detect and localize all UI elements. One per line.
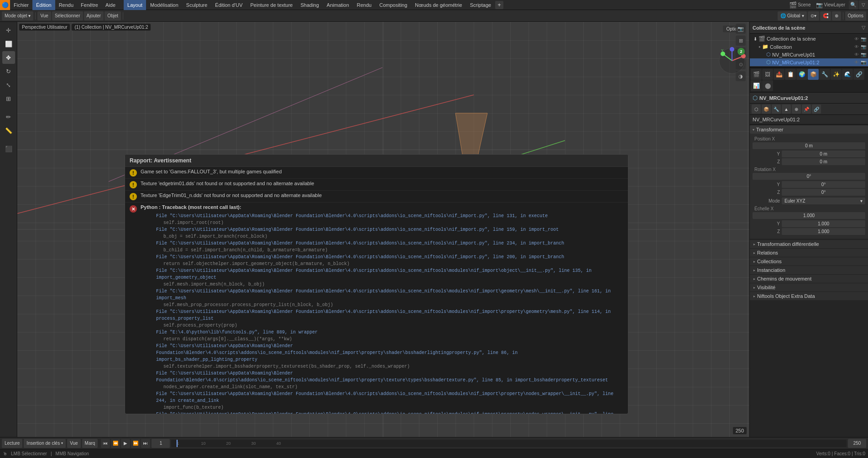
pos-x[interactable]: 0 m (753, 142, 865, 149)
obj2-eye-icon[interactable]: 👁 (854, 60, 859, 65)
add-btn[interactable]: Ajouter (84, 11, 104, 21)
cursor-tool-btn[interactable]: ✛ (2, 24, 15, 36)
rot-z[interactable]: 0° (782, 189, 865, 196)
pos-y[interactable]: 0 m (782, 151, 865, 157)
prop-icon-3[interactable]: 🔧 (772, 104, 781, 114)
options-btn[interactable]: Options (845, 11, 866, 21)
tree-item-collection[interactable]: ▸ 📁 Collection 👁 📷 (750, 43, 868, 51)
tree-item-obj1[interactable]: ⬡ NV_MRCurveUp01 👁 📷 (750, 51, 868, 58)
transform-tool-btn[interactable]: ⊞ (2, 92, 15, 105)
viewport-area[interactable]: Perspective Utilisateur (1) Collection |… (17, 22, 749, 437)
motion-paths-section[interactable]: ▸ Chemins de mouvement (750, 274, 868, 283)
prop-icon-4[interactable]: ▲ (782, 104, 791, 114)
viewport-grid-icon[interactable]: ⊞ (736, 36, 746, 46)
collections-section[interactable]: ▸ Collections (750, 257, 868, 265)
current-frame[interactable]: 1 (152, 439, 170, 448)
tab-sculpture[interactable]: Sculpture (183, 0, 211, 10)
prop-icon-5[interactable]: ⊕ (792, 104, 801, 114)
diff-transform-section[interactable]: ▸ Transformation différentielle (750, 239, 868, 248)
rotate-tool-btn[interactable]: ↻ (2, 65, 15, 78)
transform-section-header[interactable]: ▾ Transformer (750, 125, 868, 134)
scene-render-icon[interactable]: 📷 (861, 36, 866, 42)
menu-fichier[interactable]: Fichier (10, 0, 32, 10)
proportional-btn[interactable]: ⊕ (832, 11, 841, 21)
add-cube-btn[interactable]: ⬛ (2, 142, 15, 155)
tab-physics[interactable]: 🌊 (842, 69, 853, 80)
prop-icon-7[interactable]: 🔗 (812, 104, 821, 114)
search-button[interactable]: 🔍 (849, 0, 858, 10)
tree-item-obj2[interactable]: ⬡ NV_MRCurveUp01:2 👁 📷 (750, 58, 868, 66)
tab-data[interactable]: 📊 (751, 80, 762, 91)
measure-tool-btn[interactable]: 📏 (2, 124, 15, 137)
timeline-track[interactable]: 1 10 20 30 40 (171, 440, 847, 447)
tab-particles[interactable]: ✨ (831, 69, 842, 80)
menu-edition[interactable]: Édition (32, 0, 55, 10)
add-workspace-button[interactable]: + (495, 1, 503, 9)
niftools-section[interactable]: ▸ Niftools Object Extra Data (750, 291, 868, 300)
coll-cam-icon[interactable]: 📷 (861, 44, 866, 49)
mode-select-btn[interactable]: Mode objet ▾ (2, 11, 33, 21)
tab-material[interactable]: ⬤ (762, 80, 773, 91)
tab-scene[interactable]: 🎬 (751, 69, 762, 80)
tab-constraints[interactable]: 🔗 (853, 69, 864, 80)
tab-animation[interactable]: Animation (323, 0, 353, 10)
relations-section[interactable]: ▸ Relations (750, 248, 868, 257)
scene-collection-header[interactable]: ⬇ 🎬 Collection de la scène 👁 📷 (750, 35, 868, 43)
step-fwd-btn[interactable]: ⏩ (131, 439, 140, 448)
select-btn[interactable]: Sélectionner (52, 11, 83, 21)
tab-edition-uv[interactable]: Édition d'UV (211, 0, 246, 10)
scale-z[interactable]: 1.000 (782, 228, 865, 235)
timeline-frame-display[interactable]: 250 (848, 439, 866, 448)
tab-shading[interactable]: Shading (297, 0, 322, 10)
obj1-eye-icon[interactable]: 👁 (854, 52, 859, 57)
tab-layout[interactable]: Layout (124, 0, 146, 10)
tab-compositing[interactable]: Compositing (376, 0, 411, 10)
jump-end-btn[interactable]: ⏭ (141, 439, 150, 448)
tab-peinture[interactable]: Peinture de texture (247, 0, 297, 10)
instanciation-section[interactable]: ▸ Instanciation (750, 265, 868, 274)
scene-vis-icon[interactable]: 👁 (854, 36, 859, 42)
tab-object[interactable]: 📦 (808, 69, 819, 80)
prop-icon-1[interactable]: ⬡ (752, 104, 761, 114)
tab-noeuds[interactable]: Nœuds de géométrie (411, 0, 465, 10)
pivot-btn[interactable]: ⊙▾ (808, 11, 819, 21)
menu-fenetre[interactable]: Fenêtre (77, 0, 102, 10)
tab-world[interactable]: 🌍 (796, 69, 807, 80)
prop-icon-6[interactable]: 📌 (802, 104, 811, 114)
obj2-cam-icon[interactable]: 📷 (861, 60, 866, 65)
playback-btn[interactable]: Lecture (2, 439, 22, 448)
move-tool-btn[interactable]: ✥ (2, 51, 15, 64)
scale-x[interactable]: 1.000 (753, 212, 865, 219)
obj1-cam-icon[interactable]: 📷 (861, 52, 866, 57)
play-btn[interactable]: ▶ (121, 439, 130, 448)
menu-aide[interactable]: Aide (102, 0, 119, 10)
step-back-btn[interactable]: ⏪ (111, 439, 120, 448)
prop-icon-2[interactable]: 📦 (762, 104, 771, 114)
tab-view[interactable]: 📋 (785, 69, 796, 80)
tab-rendu[interactable]: Rendu (353, 0, 375, 10)
coll-eye-icon[interactable]: 👁 (854, 44, 859, 49)
jump-start-btn[interactable]: ⏮ (101, 439, 110, 448)
visibility-section[interactable]: ▸ Visibilité (750, 283, 868, 291)
tab-output[interactable]: 📤 (774, 69, 784, 80)
scale-y[interactable]: 1.000 (782, 220, 865, 227)
tab-modelisation[interactable]: Modélisation (146, 0, 182, 10)
annotate-tool-btn[interactable]: ✏ (2, 110, 15, 123)
object-btn[interactable]: Objet (105, 11, 121, 21)
rot-y[interactable]: 0° (782, 181, 865, 188)
rot-x[interactable]: 0° (753, 173, 865, 180)
tab-scriptage[interactable]: Scriptage (466, 0, 495, 10)
report-modal[interactable]: Rapport: Avertissement ! Game set to 'Ga… (125, 154, 628, 414)
snap-btn[interactable]: 🧲 (820, 11, 831, 21)
pos-z[interactable]: 0 m (782, 158, 865, 165)
menu-rendu[interactable]: Rendu (55, 0, 77, 10)
filter-button[interactable]: ▽ (859, 0, 868, 10)
markers-btn[interactable]: Marq (82, 439, 98, 448)
key-insert-btn[interactable]: Insertion de clés (24, 439, 66, 448)
outliner-filter-icon[interactable]: ▽ (862, 25, 865, 31)
view-btn[interactable]: Vue (37, 11, 51, 21)
global-btn[interactable]: 🌐 Global ▾ (778, 11, 807, 21)
tab-modifiers[interactable]: 🔧 (819, 69, 830, 80)
select-tool-btn[interactable]: ⬜ (2, 37, 15, 50)
timeline-view-btn[interactable]: Vue (67, 439, 80, 448)
